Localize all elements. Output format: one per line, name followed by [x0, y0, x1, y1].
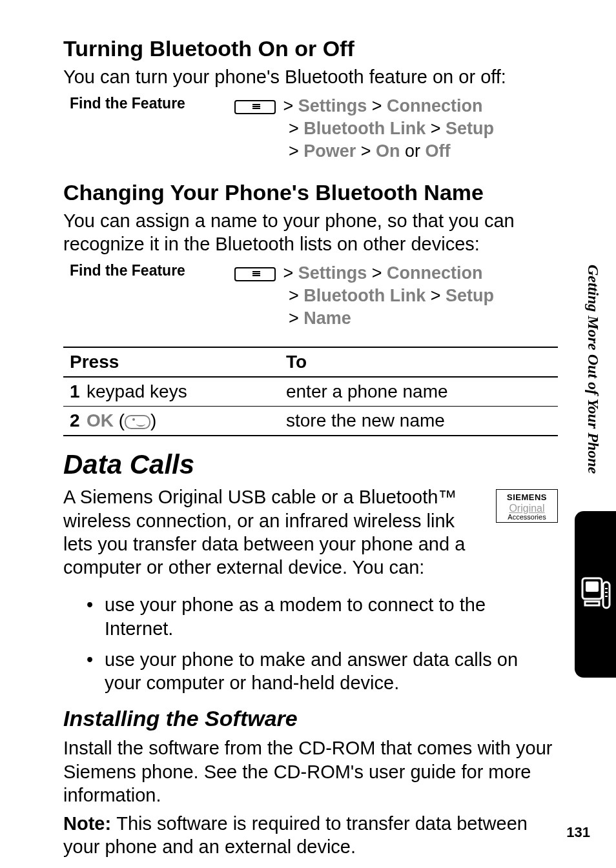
data-calls-bullets: use your phone as a modem to connect to … — [87, 593, 558, 694]
svg-rect-2 — [585, 601, 599, 605]
table-header-row: Press To — [63, 347, 558, 377]
nav-path-1: > Settings > Connection > Bluetooth Link… — [234, 95, 494, 163]
list-item: use your phone to make and answer data c… — [87, 648, 558, 695]
siemens-accessories-badge: SIEMENS Original Accessories — [496, 489, 558, 523]
intro-bluetooth-onoff: You can turn your phone's Bluetooth feat… — [63, 65, 558, 88]
siemens-brand-label: SIEMENS — [498, 492, 556, 502]
find-feature-label: Find the Feature — [70, 262, 234, 279]
find-feature-block-2: Find the Feature > Settings > Connection… — [70, 262, 558, 330]
row-to: enter a phone name — [283, 377, 558, 407]
svg-rect-1 — [586, 581, 599, 592]
row-press: OK () — [84, 407, 283, 436]
ok-key-icon — [125, 415, 150, 429]
heading-bluetooth-onoff: Turning Bluetooth On or Off — [63, 36, 558, 61]
intro-bluetooth-name: You can assign a name to your phone, so … — [63, 209, 558, 256]
note-label: Note: — [63, 813, 116, 834]
list-item: use your phone as a modem to connect to … — [87, 593, 558, 640]
intro-data-calls: A Siemens Original USB cable or a Blueto… — [63, 485, 487, 579]
find-feature-block-1: Find the Feature > Settings > Connection… — [70, 95, 558, 163]
siemens-original-label: Original — [498, 503, 556, 514]
menu-key-icon — [234, 100, 276, 114]
note-body: This software is required to transfer da… — [63, 813, 528, 857]
heading-data-calls: Data Calls — [63, 449, 558, 480]
table-row: 2 OK () store the new name — [63, 407, 558, 436]
computer-phone-icon — [580, 576, 611, 613]
data-calls-row: A Siemens Original USB cable or a Blueto… — [63, 485, 558, 584]
nav-path-2: > Settings > Connection > Bluetooth Link… — [234, 262, 494, 330]
installing-software-p1: Install the software from the CD-ROM tha… — [63, 736, 558, 807]
heading-installing-software: Installing the Software — [63, 706, 558, 731]
row-number: 2 — [63, 407, 84, 436]
th-to: To — [283, 347, 558, 377]
siemens-accessories-label: Accessories — [498, 514, 556, 521]
page-number: 131 — [566, 824, 590, 841]
section-side-label: Getting More Out of Your Phone — [584, 265, 602, 474]
row-number: 1 — [63, 377, 84, 407]
find-feature-label: Find the Feature — [70, 95, 234, 112]
table-row: 1 keypad keys enter a phone name — [63, 377, 558, 407]
installing-software-note: Note: This software is required to trans… — [63, 812, 558, 859]
menu-key-icon — [234, 267, 276, 281]
row-press: keypad keys — [84, 377, 283, 407]
row-to: store the new name — [283, 407, 558, 436]
svg-rect-3 — [603, 582, 610, 608]
section-tab — [575, 511, 616, 678]
press-to-table: Press To 1 keypad keys enter a phone nam… — [63, 347, 558, 436]
heading-bluetooth-name: Changing Your Phone's Bluetooth Name — [63, 180, 558, 205]
page-content: Turning Bluetooth On or Off You can turn… — [0, 0, 616, 859]
th-press: Press — [63, 347, 283, 377]
